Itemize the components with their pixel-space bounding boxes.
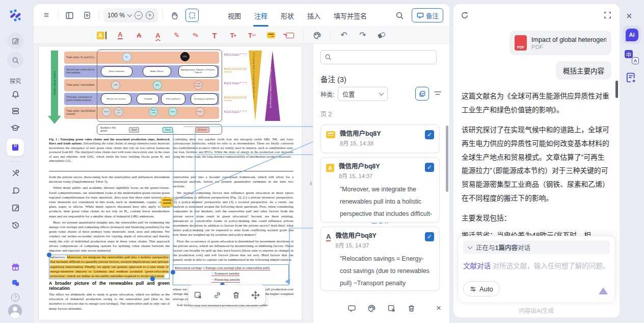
annotation-toolbar: A A A A ✎ ✎ T T▸ T↵ ↶ ↷ [34,27,449,44]
sidebar-toggle-icon[interactable] [63,9,76,22]
delete-icon[interactable] [232,291,240,300]
squiggly-underline-tool[interactable]: A [152,30,164,41]
search-icon[interactable] [393,9,407,22]
comment-bubble-icon[interactable] [347,304,356,313]
comment-card[interactable]: A 微信用户bq8Y 8月 15, 14:37 ✓ "Relocation sa… [320,227,440,291]
sticky-note-annotation[interactable] [161,197,173,207]
refresh-icon[interactable] [461,11,469,19]
node-cracking: Cracking or synthesis [191,93,218,105]
help-icon[interactable]: ? [9,291,22,304]
notes-board-icon[interactable] [9,201,22,214]
close-icon[interactable]: × [626,10,632,22]
caption-divider [49,171,293,171]
comments-search-input[interactable] [320,50,437,64]
purple-triangle [265,51,280,121]
close-icon[interactable]: × [436,303,441,313]
highlighter-pen-tool[interactable]: ✎ [171,30,182,41]
expand-icon[interactable] [604,11,611,19]
free-text-tool[interactable]: T [209,30,220,41]
attached-document-chip[interactable]: PDF Impact of global heterogen... PDF [509,31,611,55]
chat-scope-bar[interactable]: 正在与1篇内容对话 [463,240,610,254]
annotate-lamp-icon[interactable] [9,184,22,197]
toolbar-divider [303,30,304,40]
text-note-tool[interactable]: T▸ [228,30,239,41]
comment-card[interactable]: 微信用户bq8Y 8月 15, 14:38 ✓ [320,125,440,153]
node-cast-iron: Cast iron [114,107,123,116]
learning-cap-icon[interactable] [9,121,22,135]
comments-panel-button[interactable]: 备注 [412,8,443,22]
ai-tab-active[interactable]: Ai [623,26,641,44]
underline-tool[interactable]: A [115,30,126,41]
selection-handle[interactable] [171,270,175,275]
notifications-bell-icon[interactable] [9,88,22,101]
highlight-selection[interactable]: subsectors. Moreover, we integrate the r… [49,255,170,279]
summary-notes-icon[interactable] [625,71,637,84]
tab-insert[interactable]: 插入 [307,9,320,22]
ai-assistant-panel: PDF Impact of global heterogen... PDF 概括… [453,4,620,317]
tab-view[interactable]: 视图 [228,9,241,22]
new-note-button[interactable] [7,33,23,49]
text-callout-tool[interactable]: T↵ [247,30,258,41]
toolbar-divider [163,10,163,20]
ink-pen-tool[interactable]: ✎ [189,28,203,42]
chevron-down-icon[interactable] [127,12,132,17]
eraser-icon[interactable] [376,30,387,41]
comment-card[interactable]: A 微信用户bq8Y 8月 15, 14:37 ✓ "Moreover, we … [320,157,440,222]
zoom-out-button[interactable]: − [135,11,143,19]
node-hvcs: HVCs [196,107,205,116]
user-prompt-chip[interactable]: 概括主要内容 [556,61,611,80]
menu-icon[interactable]: ≡ [40,9,53,22]
comment-checkbox[interactable]: ✓ [425,232,434,241]
color-palette-icon[interactable] [367,304,376,313]
tab-fill-sign[interactable]: 填写并签名 [334,9,367,22]
chat-mode-label[interactable]: 文献对话 [463,262,491,270]
panel-resize-handle[interactable]: ‖ [309,44,313,323]
equation-selection[interactable]: Relocation savings = Energy-cost savings… [173,264,289,286]
library-stack-icon[interactable] [9,104,22,117]
send-button[interactable] [599,287,608,294]
ai-panel-scrollbar[interactable] [615,81,618,98]
type-select[interactable]: 位置 [338,87,388,101]
chevron-down-icon [468,244,473,249]
copy-style-icon[interactable] [194,291,202,300]
model-auto-button[interactable]: Auto [463,281,500,296]
highlighted-text[interactable]: Moreover, we integrate the renewables pu… [50,255,169,278]
hand-tool-icon[interactable] [168,9,181,22]
tools-icon[interactable] [9,166,22,180]
strikethrough-tool[interactable]: A [133,30,145,41]
tab-shapes[interactable]: 形状 [281,9,294,22]
callout-frame-tool[interactable] [284,30,296,41]
undo-icon[interactable]: ↶ [338,30,350,41]
redo-icon[interactable]: ↷ [357,30,368,41]
delete-icon[interactable] [407,304,416,313]
history-icon[interactable] [9,218,22,232]
avatar[interactable] [8,304,22,318]
side-annotation: Medium to low electricity demand [224,68,247,73]
highlight-tool[interactable]: A [96,30,107,41]
link-icon[interactable] [213,291,222,300]
search-icon[interactable] [7,52,23,68]
zoom-in-button[interactable]: + [146,11,154,19]
apps-blocks-icon[interactable] [9,276,22,289]
comments-scrollbar[interactable] [446,126,448,192]
filter-icon[interactable] [434,90,442,97]
settings-sliders-icon [470,286,476,292]
export-icon[interactable] [387,304,396,313]
comment-checkbox[interactable]: ✓ [425,130,434,139]
comment-checkbox[interactable]: ✓ [425,163,434,172]
multi-select-button[interactable] [415,87,429,101]
sidebar-item-saved-active[interactable] [7,139,24,156]
select-tool-active[interactable] [185,9,199,22]
more-link[interactable]: ...更多的 [366,222,390,223]
gold-triangle-label: Decreasing share of energy in production… [253,53,255,98]
chevron-down-icon [379,91,384,96]
move-icon[interactable] [251,291,260,300]
chat-input[interactable]: 文献对话 对所选文献，输入任何想了解的问题。 [463,260,610,270]
sticky-note-tool[interactable] [265,30,277,41]
page-settings-icon[interactable] [81,9,94,22]
tab-annotate[interactable]: 注释 [254,9,267,22]
zoom-value[interactable]: 100 % [108,12,125,19]
color-palette-icon[interactable] [311,30,323,41]
translate-icon[interactable]: 中 A [625,50,639,64]
gift-icon[interactable] [9,260,22,274]
